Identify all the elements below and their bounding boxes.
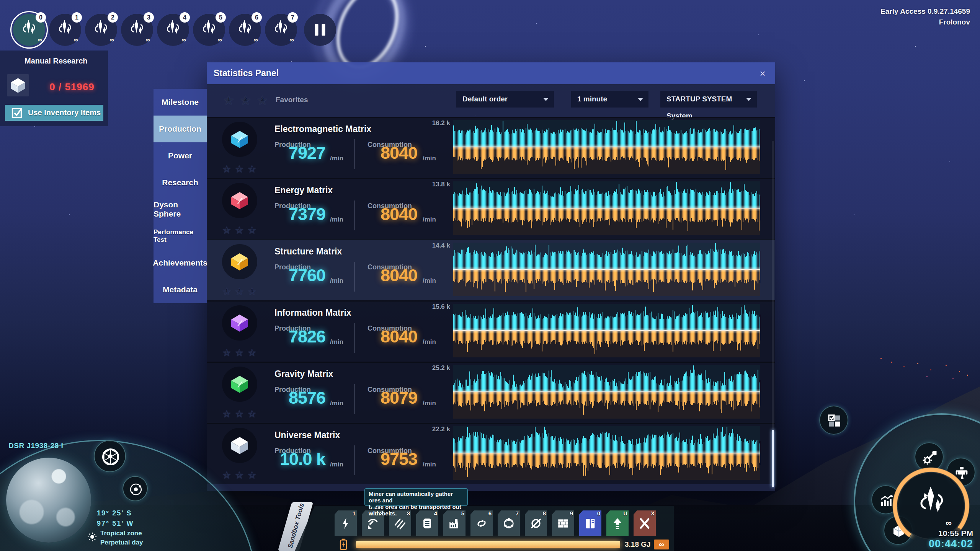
distant-factory-lights	[880, 358, 882, 359]
favorite-star-2[interactable]: ★2	[235, 285, 245, 298]
favorite-star-3[interactable]: ★3	[256, 93, 270, 108]
toolbar-slot-8[interactable]: 9	[552, 510, 574, 536]
favorite-star-1[interactable]: ★1	[222, 224, 233, 236]
favorite-star-1[interactable]: ★1	[222, 285, 233, 298]
matrix-cube-icon	[9, 77, 27, 94]
production-value: 7826	[230, 327, 325, 347]
favorite-star-2[interactable]: ★2	[235, 469, 245, 481]
statistics-button[interactable]	[871, 485, 900, 514]
milestones-button[interactable]	[819, 406, 848, 435]
panel-scrollbar[interactable]	[772, 141, 774, 488]
stats-tab-5[interactable]: Performance Test	[154, 223, 207, 249]
item-name: Universe Matrix	[274, 430, 340, 440]
favorite-star-3[interactable]: ★3	[247, 347, 258, 359]
stats-tab-3[interactable]: Research	[154, 169, 207, 196]
production-row-4: ★1 ★2 ★3 Gravity Matrix Production 8576 …	[207, 362, 775, 423]
favorite-star-2[interactable]: ★2	[235, 408, 245, 420]
planet-name: DSR J1938-28 I	[8, 442, 63, 450]
pause-icon	[315, 24, 325, 36]
star-number: 1	[225, 350, 228, 354]
favorite-star-3[interactable]: ★3	[247, 469, 258, 481]
sort-order-dropdown[interactable]: Default order	[456, 91, 554, 108]
research-queue-slot-4[interactable]: 4 ∞	[157, 14, 189, 46]
pause-button[interactable]	[304, 14, 336, 46]
stats-tab-1[interactable]: Production	[154, 116, 207, 142]
scope-dropdown[interactable]: STARTUP SYSTEM System	[660, 91, 757, 108]
favorite-star-2[interactable]: ★2	[235, 347, 245, 359]
stats-panel-header[interactable]: Statistics Panel ×	[207, 62, 775, 84]
chart-peak-label: 15.6 k	[398, 303, 450, 311]
favorite-star-1[interactable]: ★1	[222, 347, 233, 359]
star-number: 3	[251, 227, 253, 232]
favorite-star-1[interactable]: ★1	[222, 163, 233, 175]
favorite-star-1[interactable]: ★1	[222, 408, 233, 420]
tooltip-line-1: Miner can automatically gather ores and	[369, 491, 464, 504]
scrollbar-thumb[interactable]	[772, 430, 774, 487]
time-window-dropdown[interactable]: 1 minute	[571, 91, 648, 108]
row-favorite-stars: ★1 ★2 ★3	[222, 347, 258, 359]
consumption-unit: /min	[423, 277, 436, 285]
chart-peak-label: 14.4 k	[398, 242, 450, 249]
infinity-label: ∞	[38, 37, 42, 44]
research-queue-slot-2[interactable]: 2 ∞	[85, 14, 117, 46]
toolbar-slot-7[interactable]: 8	[525, 510, 547, 536]
dyson-sphere-icon	[101, 447, 121, 467]
clock-widget: 10:55 PM 00:44:02	[929, 529, 973, 550]
research-item-slot[interactable]	[7, 74, 29, 96]
stats-panel-body: ★1 ★2 ★3 Favorites Default order 1 minut…	[207, 84, 775, 491]
toolbar-slot-0[interactable]: 1	[335, 510, 357, 536]
infinite-energy-badge: ∞	[654, 540, 669, 549]
chart-peak-label: 16.2 k	[398, 119, 450, 127]
research-queue-slot-5[interactable]: 5 ∞	[193, 14, 225, 46]
toolbar-slot-6[interactable]: 7	[498, 510, 520, 536]
research-queue-slot-7[interactable]: 7 ∞	[265, 14, 297, 46]
favorite-star-3[interactable]: ★3	[247, 224, 258, 236]
favorite-star-2[interactable]: ★2	[240, 93, 253, 108]
production-row-1: ★1 ★2 ★3 Energy Matrix Production 7379 /…	[207, 178, 775, 239]
slot-number-badge: 4	[180, 12, 190, 23]
favorite-star-3[interactable]: ★3	[247, 408, 258, 420]
stats-tab-7[interactable]: Metadata	[154, 276, 207, 303]
checkbox-checked-icon[interactable]	[11, 107, 23, 119]
consumption-value: 9753	[322, 449, 417, 469]
infinity-label: ∞	[218, 37, 222, 44]
replicator-button[interactable]	[915, 442, 944, 471]
checklist-icon	[827, 413, 842, 429]
use-inventory-items-button[interactable]: Use Inventory Items	[5, 105, 103, 121]
research-queue-slot-0[interactable]: 0 ∞	[13, 14, 45, 46]
favorite-star-1[interactable]: ★1	[223, 93, 237, 108]
stats-tab-0[interactable]: Milestone	[154, 89, 207, 116]
dyson-sphere-view-button[interactable]	[94, 440, 126, 472]
production-consumption-chart	[453, 243, 760, 296]
toolbar-slot-10[interactable]: U	[606, 510, 629, 536]
favorite-star-3[interactable]: ★3	[247, 285, 258, 298]
production-row-5: ★1 ★2 ★3 Universe Matrix Production 10.0…	[207, 423, 775, 484]
logistics-icon	[502, 517, 515, 530]
favorite-star-1[interactable]: ★1	[222, 469, 233, 481]
planet-globe[interactable]	[6, 458, 91, 543]
stats-tab-2[interactable]: Power	[154, 142, 207, 169]
close-icon[interactable]: ×	[756, 67, 769, 80]
star-number: 2	[238, 166, 240, 171]
research-queue-slot-3[interactable]: 3 ∞	[121, 14, 153, 46]
star-number: 3	[261, 96, 264, 102]
stats-tab-4[interactable]: Dyson Sphere	[154, 196, 207, 223]
toolbar-slot-5[interactable]: 6	[470, 510, 493, 536]
storage-icon	[421, 517, 434, 530]
stats-tab-6[interactable]: Achievements	[154, 249, 207, 276]
toolbar-slot-9[interactable]: 0	[579, 510, 601, 536]
favorite-star-2[interactable]: ★2	[235, 163, 245, 175]
favorite-star-2[interactable]: ★2	[235, 224, 245, 236]
item-name: Information Matrix	[274, 308, 351, 318]
factory-icon	[448, 517, 461, 530]
dyson-icon	[529, 517, 542, 530]
toolbar-slot-11[interactable]: X	[634, 510, 656, 536]
slot-number-badge: 7	[287, 12, 298, 23]
research-queue-slot-6[interactable]: 6 ∞	[229, 14, 261, 46]
favorite-star-3[interactable]: ★3	[247, 163, 258, 175]
row-favorite-stars: ★1 ★2 ★3	[222, 285, 258, 298]
research-queue-slot-1[interactable]: 1 ∞	[49, 14, 81, 46]
production-consumption-chart	[453, 181, 760, 235]
favorites-label: Favorites	[276, 96, 308, 104]
star-system-view-button[interactable]	[122, 476, 148, 501]
